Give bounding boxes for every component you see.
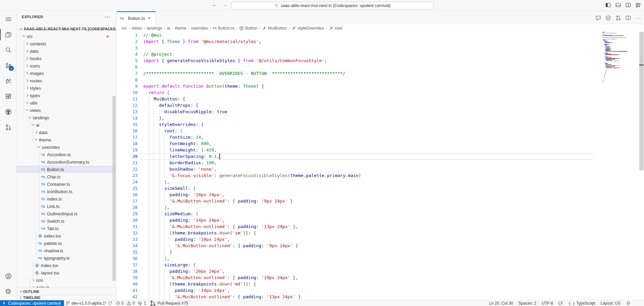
code-line[interactable]: 37 sizeLarge: {: [117, 262, 597, 268]
code-line[interactable]: 6: [117, 64, 597, 70]
status-ln-20-col-30[interactable]: Ln 20, Col 30: [489, 301, 513, 306]
tree-item-overrides[interactable]: overrides: [16, 143, 116, 151]
code-line[interactable]: 20 letterSpacing: 0.1,: [117, 153, 597, 160]
tree-item-layout.tsx[interactable]: layout.tsx: [16, 269, 116, 276]
status-pr[interactable]: Pull Request #75: [148, 300, 190, 306]
code-line[interactable]: 5import { generateFocusVisibleStyles } f…: [117, 57, 597, 64]
tree-item-data[interactable]: data: [16, 47, 116, 55]
split-editor-icon[interactable]: [626, 2, 631, 8]
activity-github[interactable]: [0, 104, 16, 120]
code-line[interactable]: 24 },: [117, 179, 597, 185]
code-line[interactable]: 14 },: [117, 115, 597, 121]
status-branch[interactable]: dev-v1.0.0-alpha.1*: [64, 300, 114, 306]
status-error[interactable]: 0: [114, 300, 125, 306]
more-actions-icon[interactable]: ···: [105, 14, 111, 20]
tree-item-accordionsummary.ts[interactable]: TSAccordionSummary.ts: [16, 158, 116, 166]
code-line[interactable]: 39 '&.MuiButton-outlined': { padding: '1…: [117, 274, 597, 281]
remote-indicator[interactable]: Codespaces: opulent carnival: [0, 300, 64, 306]
tree-item-palette.ts[interactable]: TSpalette.ts: [16, 239, 116, 247]
activity-accounts[interactable]: [0, 268, 16, 284]
code-line[interactable]: 18 fontWeight: 600,: [117, 140, 597, 147]
tree-item-theme[interactable]: theme: [16, 136, 116, 143]
breadcrumb-button.ts[interactable]: TSButton.ts: [213, 26, 234, 31]
code-line[interactable]: 30 padding: '14px 24px',: [117, 217, 597, 223]
activity-search[interactable]: [0, 42, 16, 58]
code-line[interactable]: 1// @mui: [117, 32, 597, 38]
tree-item-index.tsx[interactable]: index.tsx: [16, 262, 116, 269]
tree-item-typography.ts[interactable]: TStypography.ts: [16, 254, 116, 262]
tree-item-styles[interactable]: styles: [16, 84, 116, 92]
code-line[interactable]: 4// @project: [117, 51, 597, 57]
section-outline[interactable]: OUTLINE: [16, 288, 116, 295]
code-line[interactable]: 16 root: {: [117, 128, 597, 134]
code-line[interactable]: 40 [theme.breakpoints.down('md')]: {: [117, 281, 597, 287]
activity-source-control[interactable]: 1: [0, 58, 16, 73]
tree-item-hooks[interactable]: hooks: [16, 55, 116, 62]
status-radio-tower[interactable]: 1: [137, 300, 148, 306]
tree-item-tab.ts[interactable]: TSTab.ts: [16, 225, 116, 232]
sidebar-scrollbar[interactable]: [112, 96, 116, 281]
code-line[interactable]: 27 '&.MuiButton-outlined': { padding: '9…: [117, 198, 597, 204]
code-line[interactable]: 23 '&:focus-visible': generateFocusVisib…: [117, 172, 597, 179]
code-line[interactable]: 41 padding: '14px 24px',: [117, 287, 597, 294]
breadcrumb-landings[interactable]: landings: [147, 26, 162, 31]
code-line[interactable]: 21 borderRadius: 100,: [117, 160, 597, 166]
status-lf[interactable]: LF: [558, 301, 563, 306]
tree-item-landings[interactable]: landings: [16, 114, 116, 121]
breadcrumb-styleoverrides[interactable]: styleOverrides: [291, 26, 324, 31]
activity-explorer[interactable]: [0, 27, 16, 42]
code-line[interactable]: 3: [117, 45, 597, 51]
layout-sidebar-left-icon[interactable]: [605, 2, 611, 8]
breadcrumb-muibutton[interactable]: MuiButton: [262, 26, 287, 31]
code-line[interactable]: 36 },: [117, 255, 597, 262]
code-line[interactable]: 34 '&.MuiButton-outlined': { padding: '9…: [117, 243, 597, 249]
tree-item-src[interactable]: src: [16, 33, 116, 40]
tree-item-images[interactable]: images: [16, 70, 116, 77]
code-line[interactable]: 33 padding: '10px 24px',: [117, 236, 597, 243]
code-line[interactable]: 26 padding: '10px 24px',: [117, 191, 597, 198]
code-line[interactable]: 19 lineHeight: 1.429,: [117, 147, 597, 153]
status-utf-8[interactable]: UTF-8: [542, 301, 553, 306]
code-line[interactable]: 17 fontSize: 14,: [117, 134, 597, 140]
tree-item-utils[interactable]: utils: [16, 99, 116, 106]
code-line[interactable]: 29 sizeMedium: {: [117, 211, 597, 217]
tree-item-accordion.ts[interactable]: TSAccordion.ts: [16, 151, 116, 158]
tree-item-outlinedinput.ts[interactable]: TSOutlinedInput.ts: [16, 210, 116, 217]
tree-item-views[interactable]: views: [16, 106, 116, 114]
layout-panel-icon[interactable]: [615, 2, 621, 8]
activity-menu[interactable]: [0, 11, 16, 27]
code-line[interactable]: 25 sizeSmall: {: [117, 185, 597, 191]
breadcrumb-ai[interactable]: ai: [167, 26, 170, 31]
breadcrumb-views[interactable]: views: [131, 26, 142, 31]
breadcrumb-button[interactable]: Button: [239, 26, 257, 31]
tree-item-container.ts[interactable]: TSContainer.ts: [16, 180, 116, 188]
tree-item-saas-able-react-mui-next-ts-codespaces-o...[interactable]: SAAS-ABLE-REACT-MUI-NEXT-TS [CODESPACES:…: [16, 25, 116, 33]
tree-item-chip.ts[interactable]: TSChip.ts: [16, 173, 116, 180]
editor-scrollbar[interactable]: [639, 32, 644, 300]
tree-item-shadow.ts[interactable]: TSshadow.ts: [16, 247, 116, 254]
ellipsis-icon[interactable]: ···: [635, 15, 641, 21]
code-line[interactable]: 15 styleOverrides: {: [117, 121, 597, 128]
code-line[interactable]: 10 return {: [117, 89, 597, 96]
tree-item-icons[interactable]: icons: [16, 62, 116, 70]
code-line[interactable]: 13 disableFocusRipple: true: [117, 108, 597, 115]
command-center-search[interactable]: saas-able-react-mui-next-ts [Codespaces:…: [231, 2, 434, 9]
code-line[interactable]: 22 boxShadow: 'none',: [117, 166, 597, 172]
code-line[interactable]: 31 '&.MuiButton-outlined': { padding: '1…: [117, 223, 597, 230]
tree-item-switch.ts[interactable]: TSSwitch.ts: [16, 217, 116, 225]
code-editor[interactable]: 1// @mui2import { Theme } from '@mui/mat…: [117, 32, 644, 300]
activity-github-pull-request[interactable]: [0, 120, 16, 135]
code-line[interactable]: 38 padding: '20px 24px',: [117, 268, 597, 274]
activity-settings[interactable]: ⚙: [0, 284, 16, 299]
forward-icon[interactable]: →: [223, 2, 228, 8]
comment-icon[interactable]: [595, 15, 601, 21]
tree-item-types[interactable]: types: [16, 92, 116, 99]
back-icon[interactable]: ←: [212, 2, 217, 8]
tree-item-default[interactable]: default: [16, 284, 116, 288]
tree-item-index.ts[interactable]: TSindex.ts: [16, 195, 116, 203]
activity-run-debug[interactable]: [0, 73, 16, 89]
code-line[interactable]: 11 MuiButton: {: [117, 96, 597, 102]
tab-button-ts[interactable]: TS Button.ts ×: [117, 11, 156, 24]
code-line[interactable]: 42 '&.MuiButton-outlined': { padding: '1…: [117, 294, 597, 300]
activity-extensions[interactable]: [0, 89, 16, 104]
